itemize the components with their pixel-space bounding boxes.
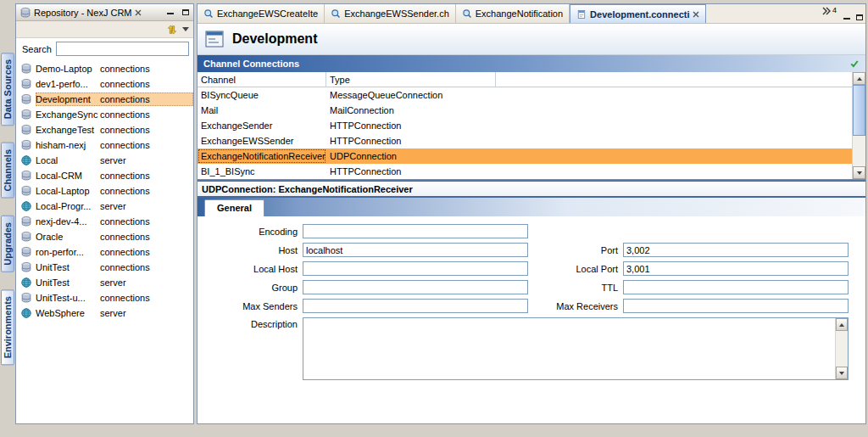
column-header-type[interactable]: Type — [326, 72, 496, 87]
scroll-down-icon[interactable] — [836, 367, 848, 379]
environment-type: connections — [100, 94, 150, 104]
list-item[interactable]: dev1-perfo...connections — [16, 76, 193, 92]
scrollbar-track[interactable] — [853, 85, 865, 166]
description-field[interactable] — [303, 318, 834, 379]
environment-name: UnitTest — [36, 277, 100, 288]
close-icon[interactable] — [135, 9, 142, 16]
local-host-field[interactable] — [303, 261, 528, 276]
list-item[interactable]: UnitTestconnections — [16, 260, 193, 275]
table-row[interactable]: BISyncQueue MessageQueueConnection — [198, 87, 865, 103]
tab-general[interactable]: General — [204, 199, 264, 216]
environment-type: connections — [100, 262, 150, 272]
description-scrollbar[interactable] — [835, 318, 848, 379]
description-field-wrap — [303, 317, 849, 380]
view-title: Repository - NexJ CRM — [34, 8, 132, 18]
max-receivers-field[interactable] — [623, 299, 849, 313]
list-item[interactable]: Local-CRMconnections — [16, 168, 193, 183]
environment-type: connections — [100, 64, 150, 74]
encoding-field[interactable] — [303, 224, 528, 238]
group-field[interactable] — [303, 280, 528, 294]
tab-environments[interactable]: Environments — [1, 289, 14, 365]
tab-overflow-button[interactable]: 4 — [818, 4, 840, 23]
environment-type: connections — [100, 293, 150, 303]
database-icon — [20, 185, 32, 197]
tab-exchangeewscreateite[interactable]: ExchangeEWSCreateIte — [198, 4, 325, 23]
sync-icon[interactable] — [166, 24, 178, 36]
table-row[interactable]: Mail MailConnection — [198, 103, 865, 118]
environment-type: server — [100, 155, 126, 165]
form-row: Encoding — [198, 224, 862, 238]
connections-file-icon — [576, 9, 587, 20]
list-item[interactable]: hisham-nexjconnections — [16, 137, 193, 153]
minimize-button[interactable] — [164, 7, 176, 18]
table-row[interactable]: BI_1_BISync HTTPConnection — [198, 164, 865, 179]
table-scrollbar[interactable] — [852, 72, 865, 179]
hidden-tab-count: 4 — [832, 6, 837, 14]
environment-type: connections — [100, 186, 150, 196]
ttl-label: TTL — [528, 283, 623, 293]
environment-name: dev1-perfo... — [36, 79, 100, 89]
environment-name: WebSphere — [36, 308, 100, 318]
table-row[interactable]: ExchangeSender HTTPConnection — [198, 118, 865, 133]
environment-list: Demo-Laptopconnections dev1-perfo...conn… — [16, 59, 193, 423]
list-item[interactable]: ron-perfor...connections — [16, 244, 193, 260]
tab-upgrades[interactable]: Upgrades — [1, 216, 14, 272]
environment-type: connections — [100, 216, 150, 227]
database-icon — [20, 124, 32, 136]
section-title: Channel Connections — [203, 59, 849, 69]
column-header-channel[interactable]: Channel — [198, 72, 326, 87]
tab-exchangeewssender[interactable]: ExchangeEWSSender.ch — [325, 4, 456, 23]
list-item[interactable]: WebSphereserver — [16, 305, 193, 321]
repository-icon — [19, 7, 31, 19]
close-icon[interactable] — [693, 11, 699, 18]
environment-name: ExchangeTest — [36, 125, 100, 135]
channel-file-icon — [331, 8, 341, 19]
list-item[interactable]: UnitTestserver — [16, 275, 193, 290]
scrollbar-thumb[interactable] — [853, 85, 865, 136]
list-item-selected[interactable]: Developmentconnections — [16, 92, 193, 107]
minimize-button[interactable] — [840, 12, 853, 23]
environment-name: UnitTest-u... — [36, 293, 100, 303]
tab-development-connections[interactable]: Development.connecti — [570, 4, 706, 23]
search-input[interactable] — [56, 42, 189, 56]
maximize-icon — [182, 9, 189, 15]
scroll-up-icon[interactable] — [836, 318, 848, 331]
globe-icon — [20, 307, 32, 319]
channel-connections-table: Channel Type BISyncQueue MessageQueueCon… — [198, 72, 865, 179]
list-item[interactable]: ExchangeSyncconnections — [16, 107, 193, 122]
table-row[interactable]: ExchangeEWSSender HTTPConnection — [198, 133, 865, 148]
cell-channel: ExchangeNotificationReceiver — [198, 148, 326, 164]
local-port-field[interactable] — [623, 261, 849, 276]
tab-exchangenotification[interactable]: ExchangeNotification — [456, 4, 570, 23]
list-item[interactable]: UnitTest-u...connections — [16, 290, 193, 305]
list-item[interactable]: Local-Laptopconnections — [16, 183, 193, 199]
list-item[interactable]: Localserver — [16, 153, 193, 168]
list-item[interactable]: Demo-Laptopconnections — [16, 61, 193, 76]
table-row-selected[interactable]: ExchangeNotificationReceiver UDPConnecti… — [198, 148, 865, 164]
cell-channel: BISyncQueue — [198, 87, 326, 103]
list-item[interactable]: Local-Progr...server — [16, 199, 193, 214]
repository-view-titlebar: Repository - NexJ CRM — [16, 4, 193, 21]
tab-data-sources[interactable]: Data Sources — [1, 53, 14, 126]
max-senders-field[interactable] — [303, 299, 528, 313]
search-label: Search — [22, 44, 52, 54]
scroll-down-icon[interactable] — [853, 166, 865, 179]
tab-channels[interactable]: Channels — [1, 143, 14, 199]
environment-name: hisham-nexj — [36, 140, 100, 150]
environment-type: server — [100, 308, 126, 318]
database-icon — [20, 93, 32, 105]
maximize-button[interactable] — [853, 12, 865, 23]
host-field[interactable] — [303, 243, 528, 257]
environment-type: server — [100, 201, 126, 211]
scroll-up-icon[interactable] — [853, 72, 865, 85]
list-item[interactable]: Oracleconnections — [16, 229, 193, 244]
ttl-field[interactable] — [623, 280, 849, 294]
environment-name: Demo-Laptop — [36, 64, 100, 74]
list-item[interactable]: ExchangeTestconnections — [16, 122, 193, 137]
environment-name: UnitTest — [36, 262, 100, 272]
maximize-button[interactable] — [179, 7, 192, 18]
cell-channel: ExchangeSender — [198, 118, 326, 133]
view-menu-dropdown-icon[interactable] — [182, 27, 189, 31]
port-field[interactable] — [623, 243, 849, 257]
list-item[interactable]: nexj-dev-4...connections — [16, 214, 193, 229]
